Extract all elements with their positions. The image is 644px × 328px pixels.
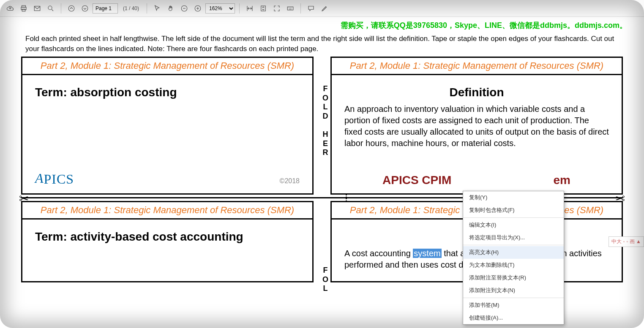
zoom-select[interactable]: 162% xyxy=(205,3,235,14)
menu-copy[interactable]: 复制(Y) xyxy=(463,191,564,204)
menu-export-selection[interactable]: 将选定项目导出为(X)... xyxy=(463,231,564,244)
document-content: 需购买，请联系QQ是39765830，Skype、LINE、微信都是ddbmjs… xyxy=(0,17,644,328)
svg-point-5 xyxy=(68,5,74,11)
email-icon[interactable] xyxy=(31,3,43,14)
comment-icon[interactable] xyxy=(305,3,317,14)
print-icon[interactable] xyxy=(18,3,30,14)
menu-create-link[interactable]: 创建链接(A)... xyxy=(463,312,564,324)
fit-page-icon[interactable] xyxy=(257,3,269,14)
page-count: (1 / 40) xyxy=(123,5,139,11)
svg-rect-10 xyxy=(287,7,293,10)
menu-highlight-text[interactable]: 高亮文本(H) xyxy=(463,246,564,259)
pointer-icon[interactable] xyxy=(151,3,163,14)
instructions-text: Fold each printed sheet in half lengthwi… xyxy=(0,32,644,57)
svg-rect-3 xyxy=(34,6,40,11)
module-title: Part 2, Module 1: Strategic Management o… xyxy=(27,60,308,71)
keyboard-icon[interactable] xyxy=(284,3,296,14)
svg-point-6 xyxy=(82,5,88,11)
separator xyxy=(147,3,147,14)
selected-text: system xyxy=(413,249,441,258)
pdf-toolbar: (1 / 40) 162% xyxy=(0,0,644,17)
menu-separator xyxy=(463,217,564,218)
module-title: Part 2, Module 1: Strategic Management o… xyxy=(336,60,617,71)
apics-cpim-text: APICS CPIM em xyxy=(382,173,570,187)
definition-card-1: Part 2, Module 1: Strategic Management o… xyxy=(330,57,623,195)
pen-icon[interactable] xyxy=(319,3,330,14)
copyright: ©2018 xyxy=(280,177,300,185)
apics-logo: AAPICSPICS xyxy=(35,171,74,187)
term-1: Term: absorption costing xyxy=(35,86,300,99)
menu-separator xyxy=(463,245,564,245)
module-title: Part 2, Module 1: Strategic Management o… xyxy=(27,205,308,216)
zoom-in-icon[interactable] xyxy=(192,3,204,14)
menu-separator xyxy=(463,298,564,298)
fullscreen-icon[interactable] xyxy=(271,3,283,14)
term-card-2: Part 2, Module 1: Strategic Management o… xyxy=(21,201,314,282)
watermark-text: 需购买，请联系QQ是39765830，Skype、LINE、微信都是ddbmjs… xyxy=(0,17,644,32)
search-icon[interactable] xyxy=(45,3,57,14)
menu-edit-text[interactable]: 编辑文本(I) xyxy=(463,219,564,231)
menu-copy-with-format[interactable]: 复制时包含格式(F) xyxy=(463,204,564,217)
menu-add-bookmark[interactable]: 添加书签(M) xyxy=(463,299,564,312)
fold-letters: FOLD HER xyxy=(320,84,330,157)
definition-text-1: An approach to inventory valuation in wh… xyxy=(344,103,609,149)
definition-heading: Definition xyxy=(344,86,609,99)
svg-rect-2 xyxy=(22,9,25,11)
fit-width-icon[interactable] xyxy=(244,3,256,14)
term-2: Term: activity-based cost accounting xyxy=(35,230,300,244)
separator xyxy=(300,3,301,14)
zoom-out-icon[interactable] xyxy=(178,3,190,14)
fold-letters: FOL xyxy=(320,266,330,293)
menu-add-note-replace[interactable]: 添加附注至替换文本(R) xyxy=(463,271,564,284)
cloud-upload-icon[interactable] xyxy=(4,3,16,14)
page-down-icon[interactable] xyxy=(79,3,91,14)
page-input[interactable] xyxy=(93,3,118,14)
side-tab[interactable]: 中大 ◦ ◦ 画 ▲ xyxy=(609,236,644,247)
separator xyxy=(239,3,240,14)
hand-icon[interactable] xyxy=(165,3,177,14)
menu-add-note-text[interactable]: 添加附注到文本(N) xyxy=(463,284,564,297)
menu-strikethrough[interactable]: 为文本加删除线(T) xyxy=(463,259,564,271)
page-up-icon[interactable] xyxy=(65,3,77,14)
separator xyxy=(61,3,61,14)
context-menu: 复制(Y) 复制时包含格式(F) 编辑文本(I) 将选定项目导出为(X)... … xyxy=(463,191,564,325)
term-card-1: Part 2, Module 1: Strategic Management o… xyxy=(21,57,314,195)
svg-point-4 xyxy=(48,6,52,10)
